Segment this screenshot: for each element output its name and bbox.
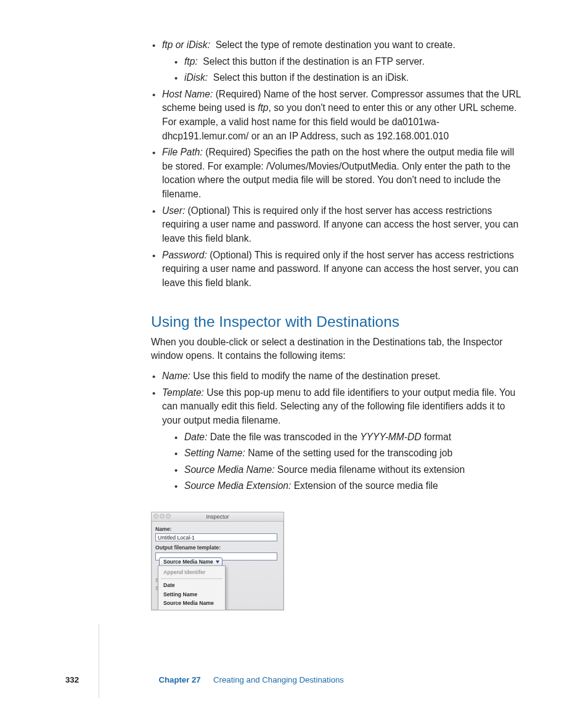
inspector-window: Inspector Name: Untitled Local-1 Output … [151,512,284,610]
term: Name: [162,371,190,381]
name-field[interactable]: Untitled Local-1 [155,533,277,541]
list-item: Name: Use this field to modify the name … [151,369,523,384]
menu-item-source-media-name[interactable]: Source Media Name [158,599,225,607]
footer-rule [99,624,99,698]
list-item: Source Media Name: Source media filename… [173,463,523,477]
name-label: Name: [155,525,280,533]
list-item: Setting Name: Name of the setting used f… [173,446,523,461]
window-controls[interactable] [153,514,171,519]
window-title: Inspector [206,514,229,520]
nested-list: Date: Date the file was transcoded in th… [173,430,523,493]
body-text: Use this field to modify the name of the… [193,371,440,381]
term: ftp or iDisk: [162,39,210,50]
menu-item-source-media-extension[interactable]: Source Media Extension [158,608,225,610]
template-label: Output filename template: [155,544,280,551]
term: Source Media Extension: [184,480,291,491]
body-text: Select this button if the destination is… [213,72,409,83]
bullet-list-1: ftp or iDisk: Select the type of remote … [151,38,523,290]
term: Setting Name: [184,448,245,458]
term: User: [162,205,185,216]
list-item: Source Media Extension: Extension of the… [173,479,523,493]
list-item: ftp or iDisk: Select the type of remote … [151,38,523,85]
chapter-number: Chapter 27 [158,675,200,684]
term: Date: [184,432,207,442]
section-heading: Using the Inspector with Destinations [151,311,523,333]
italic-inline: YYYY-MM-DD [360,432,421,442]
identifier-menu[interactable]: Append Identifer Date Setting Name Sourc… [158,565,226,610]
body-text: Extension of the source media file [294,480,438,491]
term: iDisk: [184,72,208,83]
body-text: Select this button if the destination is… [203,56,424,67]
list-item: iDisk: Select this button if the destina… [173,71,523,85]
term: ftp: [184,56,198,67]
intro-paragraph: When you double-click or select a destin… [151,335,523,363]
italic-inline: ftp [258,102,268,113]
menu-item-append: Append Identifer [158,568,225,577]
main-content: ftp or iDisk: Select the type of remote … [151,36,523,610]
body-text: (Required) Specifies the path on the hos… [162,147,514,199]
menu-item-date[interactable]: Date [158,581,225,589]
menu-separator [161,578,223,579]
body-text: Select the type of remote destination yo… [216,39,455,50]
term: Password: [162,250,207,260]
body-text: (Optional) This is required only if the … [162,205,518,244]
page-footer: 332 Chapter 27 Creating and Changing Des… [65,674,344,685]
bullet-list-2: Name: Use this field to modify the name … [151,369,523,493]
body-text: Date the file was transcoded in the [210,432,361,442]
term: Source Media Name: [184,464,274,475]
list-item: File Path: (Required) Specifies the path… [151,146,523,201]
close-icon[interactable] [153,514,158,519]
body-text: Name of the setting used for the transco… [248,448,452,458]
term: File Path: [162,147,203,157]
inspector-titlebar: Inspector [152,512,284,522]
list-item: Host Name: (Required) Name of the host s… [151,88,523,143]
menu-item-setting-name[interactable]: Setting Name [158,590,225,599]
nested-list: ftp: Select this button if the destinati… [173,55,523,85]
chapter-title: Creating and Changing Destinations [213,675,344,684]
term: Host Name: [162,89,213,99]
body-text: format [422,432,452,442]
body-text: Source media filename without its extens… [277,464,465,475]
list-item: Date: Date the file was transcoded in th… [173,430,523,445]
minimize-icon[interactable] [160,514,165,519]
page-number: 332 [65,675,79,684]
list-item: User: (Optional) This is required only i… [151,204,523,246]
list-item: ftp: Select this button if the destinati… [173,55,523,69]
body-text: Use this pop-up menu to add file identif… [162,387,515,425]
term: Template: [162,387,204,398]
body-text: (Optional) This is required only if the … [162,250,518,288]
list-item: Template: Use this pop-up menu to add fi… [151,386,523,493]
zoom-icon[interactable] [166,514,171,519]
list-item: Password: (Optional) This is required on… [151,248,523,290]
